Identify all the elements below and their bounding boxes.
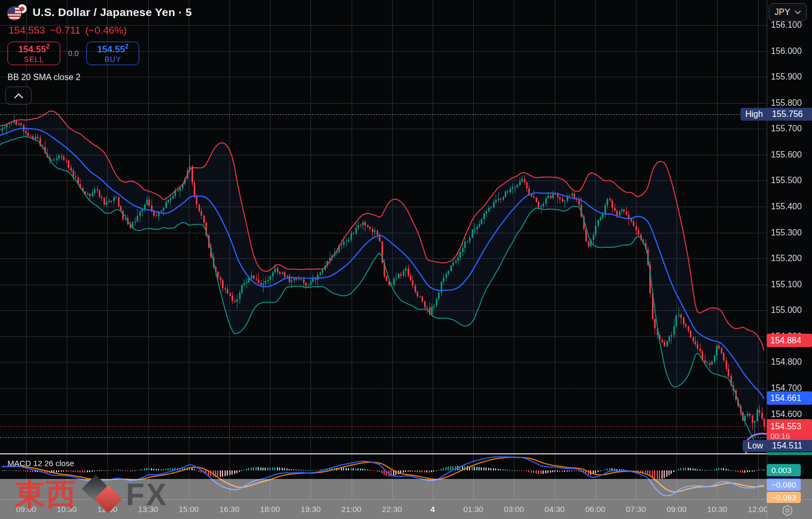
currency-selector[interactable]: JPY (769, 3, 807, 21)
bb-lower-price-badge-clipped (767, 452, 812, 455)
symbol-title: U.S. Dollar / Japanese Yen · 5 (33, 6, 192, 19)
macd-indicator-label[interactable]: MACD 12 26 close (7, 459, 74, 468)
bb-upper-price-badge: 154.884 (767, 334, 812, 347)
low-badge: Low 154.511 (743, 440, 812, 452)
buy-button-label: BUY (105, 55, 121, 64)
collapse-legend-button[interactable] (5, 86, 31, 105)
price-tick: 155.100 (771, 280, 802, 289)
buy-button[interactable]: 154.552 BUY (86, 42, 139, 65)
price-tick: 154.800 (771, 357, 802, 367)
last-price: 154.553 (9, 25, 45, 36)
price-tick: 155.300 (771, 228, 802, 238)
sell-button-label: SELL (24, 55, 44, 64)
watermark-cjk-text: 東西 (15, 474, 77, 515)
price-tick: 155.400 (771, 202, 802, 211)
price-tick: 155.000 (771, 305, 802, 315)
price-change-percent: (−0.46%) (85, 25, 127, 36)
symbol-pair-icon (7, 4, 28, 20)
chevron-down-icon (795, 11, 801, 14)
price-tick: 155.200 (771, 254, 802, 263)
price-tick: 154.600 (771, 410, 802, 419)
spread-value: 0.0 (60, 49, 86, 58)
macd-histogram-value-badge: 0.003 (767, 464, 801, 476)
price-tick: 155.600 (771, 150, 802, 160)
symbol-row[interactable]: U.S. Dollar / Japanese Yen · 5 (7, 4, 192, 20)
tradingview-chart-app: U.S. Dollar / Japanese Yen · 5 154.553 −… (0, 0, 812, 519)
price-tick: 156.100 (771, 20, 802, 30)
order-panel: 154.552 SELL 0.0 154.552 BUY (7, 42, 192, 65)
quote-row: 154.553 −0.711 (−0.46%) (9, 25, 192, 36)
high-badge: High 155.756 (741, 108, 812, 121)
price-tick: 155.500 (771, 176, 802, 185)
price-tick: 155.900 (771, 72, 802, 82)
price-tick: 155.700 (771, 124, 802, 133)
bar-countdown: 00:16 (770, 432, 812, 441)
broker-logo-icon (80, 471, 124, 518)
broker-watermark: 東西 FX (15, 471, 168, 518)
bb-indicator-label[interactable]: BB 20 SMA close 2 (7, 73, 192, 82)
us-flag-icon (7, 6, 21, 20)
chevron-up-icon (13, 92, 24, 99)
watermark-fx-text: FX (126, 477, 168, 512)
price-change: −0.711 (50, 25, 81, 36)
currency-selector-value: JPY (775, 7, 790, 17)
sma-price-badge: 154.661 (767, 391, 812, 405)
last-price-badge: 154.553 00:16 (767, 419, 812, 443)
sell-button[interactable]: 154.552 SELL (7, 42, 60, 65)
price-tick: 155.800 (771, 98, 802, 108)
chart-legend: U.S. Dollar / Japanese Yen · 5 154.553 −… (7, 4, 192, 82)
last-price-badge-value: 154.553 (770, 422, 812, 431)
price-tick: 156.000 (771, 46, 802, 56)
